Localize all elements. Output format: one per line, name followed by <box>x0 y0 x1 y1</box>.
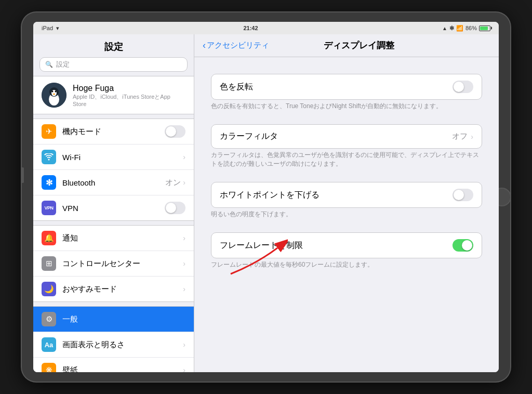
user-profile[interactable]: Hoge Fuga Apple ID、iCloud、iTunes StoreとA… <box>33 76 194 114</box>
status-right: ▲ ✻ 📶 86% <box>442 25 490 32</box>
do-not-disturb-label: おやすみモード <box>62 284 183 294</box>
bluetooth-status-icon: ✻ <box>449 25 454 32</box>
section-color-filter: カラーフィルタ オフ › カラーフィルタは、色覚異常のユーザが色を識別するのに使… <box>203 116 490 174</box>
side-button[interactable] <box>21 167 24 183</box>
white-point-label: ホワイトポイントを下げる <box>220 190 453 201</box>
nav-bar: ‹ アクセシビリティ ディスプレイ調整 <box>194 34 499 57</box>
user-subtitle: Apple ID、iCloud、iTunes StoreとApp Store <box>73 93 185 107</box>
avatar <box>42 83 66 108</box>
settings-group-network: ✈ 機内モード Wi-Fi › <box>33 119 194 221</box>
settings-group-notifications: 🔔 通知 › ⊞ コントロールセンター › 🌙 おやすみモード › <box>33 225 194 302</box>
general-label: 一般 <box>62 314 185 324</box>
ipad-screen: iPad ▾ 21:42 ▲ ✻ 📶 86% 設定 🔍 <box>33 22 499 372</box>
invert-colors-row[interactable]: 色を反転 <box>211 74 482 99</box>
bluetooth-row-icon: ✻ <box>42 175 56 190</box>
nav-back-button[interactable]: ‹ アクセシビリティ <box>203 40 269 51</box>
wallpaper-chevron: › <box>183 366 185 372</box>
bluetooth-chevron: › <box>183 178 185 187</box>
frame-rate-description: フレームレートの最大値を毎秒60フレームに設定します。 <box>203 258 490 274</box>
wifi-status-icon: ▾ <box>56 25 59 32</box>
display-brightness-chevron: › <box>183 340 185 349</box>
settings-group-general: ⚙ 一般 Aa 画面表示と明るさ › ❋ 壁紙 › 🔊 <box>33 306 194 372</box>
sidebar-item-control-center[interactable]: ⊞ コントロールセンター › <box>33 251 194 277</box>
status-time: 21:42 <box>243 25 258 31</box>
notifications-label: 通知 <box>62 233 183 243</box>
color-filter-label: カラーフィルタ <box>220 131 452 142</box>
notifications-chevron: › <box>183 234 185 242</box>
vpn-label: VPN <box>62 204 165 213</box>
bluetooth-value: オン <box>165 178 181 188</box>
general-icon: ⚙ <box>42 312 56 326</box>
user-info: Hoge Fuga Apple ID、iCloud、iTunes StoreとA… <box>73 84 185 107</box>
sidebar-item-wallpaper[interactable]: ❋ 壁紙 › <box>33 358 194 372</box>
color-filter-row[interactable]: カラーフィルタ オフ › <box>211 125 482 148</box>
svg-point-5 <box>55 91 57 93</box>
ipad-frame: iPad ▾ 21:42 ▲ ✻ 📶 86% 設定 🔍 <box>22 12 510 382</box>
status-left: iPad ▾ <box>42 25 59 32</box>
white-point-row[interactable]: ホワイトポイントを下げる <box>211 182 482 207</box>
color-filter-chevron: › <box>471 133 473 141</box>
sidebar-item-wifi[interactable]: Wi-Fi › <box>33 145 194 170</box>
sidebar-item-vpn[interactable]: VPN VPN <box>33 195 194 220</box>
control-center-icon: ⊞ <box>42 256 56 271</box>
section-frame-rate: フレームレートを制限 フレームレートの最大値を毎秒60フレームに設定します。 <box>203 224 490 274</box>
battery-fill <box>480 27 488 30</box>
wifi-label: Wi-Fi <box>62 153 183 162</box>
sidebar-item-airplane[interactable]: ✈ 機内モード <box>33 119 194 145</box>
sidebar-item-notifications[interactable]: 🔔 通知 › <box>33 226 194 251</box>
search-icon: 🔍 <box>45 61 53 68</box>
battery-icon <box>479 25 490 31</box>
ipad-label: iPad <box>42 25 53 31</box>
sidebar-item-general[interactable]: ⚙ 一般 <box>33 307 194 332</box>
main-area: 設定 🔍 設定 <box>33 34 499 372</box>
vpn-toggle[interactable] <box>165 202 185 214</box>
search-input[interactable]: 設定 <box>56 60 182 69</box>
color-filter-section: カラーフィルタ オフ › <box>211 124 482 149</box>
sidebar: 設定 🔍 設定 <box>33 34 194 372</box>
section-invert-colors: 色を反転 色の反転を有効にすると、True ToneおよびNight Shift… <box>203 65 490 116</box>
white-point-toggle[interactable] <box>453 189 473 201</box>
control-center-chevron: › <box>183 259 185 268</box>
wallpaper-icon: ❋ <box>42 363 56 372</box>
svg-point-4 <box>52 91 54 93</box>
battery-percent: 86% <box>466 25 477 31</box>
frame-rate-row[interactable]: フレームレートを制限 <box>211 233 482 258</box>
status-bar: iPad ▾ 21:42 ▲ ✻ 📶 86% <box>33 22 499 34</box>
wifi-icon: 📶 <box>456 25 463 32</box>
sidebar-item-display-brightness[interactable]: Aa 画面表示と明るさ › <box>33 332 194 358</box>
color-filter-description: カラーフィルタは、色覚異常のユーザが色を識別するのに使用可能で、ディスプレイ上で… <box>203 149 490 174</box>
back-chevron-icon: ‹ <box>203 40 206 51</box>
user-name: Hoge Fuga <box>73 84 185 93</box>
right-panel: ‹ アクセシビリティ ディスプレイ調整 色を反転 色の反転を有効にすると、Tru… <box>194 34 499 372</box>
control-center-label: コントロールセンター <box>62 259 183 269</box>
section-white-point: ホワイトポイントを下げる 明るい色の明度を下げます。 <box>203 174 490 224</box>
white-point-description: 明るい色の明度を下げます。 <box>203 208 490 224</box>
bluetooth-label: Bluetooth <box>62 178 165 187</box>
airplane-toggle[interactable] <box>165 125 185 138</box>
vpn-row-icon: VPN <box>42 201 56 215</box>
wallpaper-label: 壁紙 <box>62 365 183 373</box>
display-brightness-label: 画面表示と明るさ <box>62 340 183 350</box>
notifications-icon: 🔔 <box>42 231 56 245</box>
location-icon: ▲ <box>442 25 447 31</box>
wifi-row-icon <box>42 150 56 164</box>
airplane-icon: ✈ <box>42 124 56 139</box>
search-bar[interactable]: 🔍 設定 <box>39 57 188 72</box>
do-not-disturb-icon: 🌙 <box>42 282 56 296</box>
invert-colors-toggle[interactable] <box>453 81 473 93</box>
frame-rate-section: フレームレートを制限 <box>211 232 482 258</box>
nav-title: ディスプレイ調整 <box>269 40 449 51</box>
sidebar-title: 設定 <box>33 34 194 57</box>
nav-back-label: アクセシビリティ <box>207 41 269 50</box>
frame-rate-label: フレームレートを制限 <box>220 240 453 251</box>
sidebar-item-bluetooth[interactable]: ✻ Bluetooth オン › <box>33 170 194 195</box>
display-brightness-icon: Aa <box>42 337 56 352</box>
sidebar-item-do-not-disturb[interactable]: 🌙 おやすみモード › <box>33 277 194 301</box>
frame-rate-toggle[interactable] <box>453 239 473 252</box>
invert-colors-section: 色を反転 <box>211 74 482 100</box>
invert-colors-description: 色の反転を有効にすると、True ToneおよびNight Shiftが自動的に… <box>203 100 490 116</box>
invert-colors-label: 色を反転 <box>220 82 453 93</box>
svg-point-6 <box>53 94 55 95</box>
airplane-label: 機内モード <box>62 127 165 137</box>
white-point-section: ホワイトポイントを下げる <box>211 182 482 208</box>
